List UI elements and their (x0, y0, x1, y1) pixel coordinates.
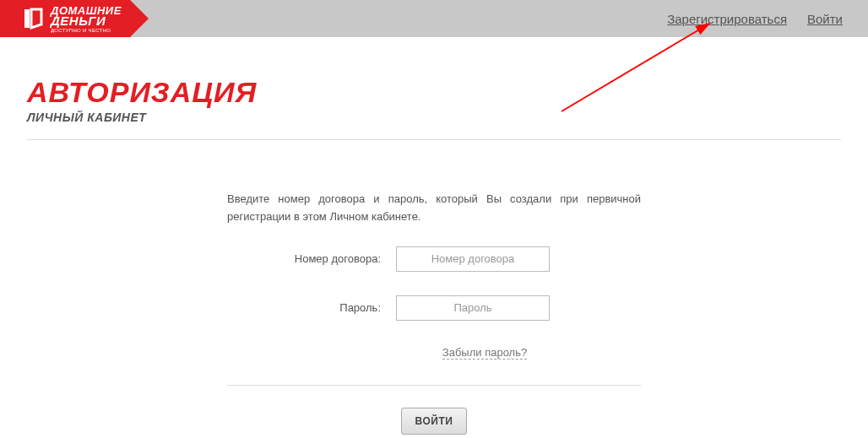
content-area: АВТОРИЗАЦИЯ ЛИЧНЫЙ КАБИНЕТ Введите номер… (0, 37, 868, 438)
password-label: Пароль: (227, 301, 396, 314)
login-link[interactable]: Войти (807, 12, 843, 26)
login-form: Введите номер договора и пароль, который… (227, 191, 641, 438)
logo-tagline: ДОСТУПНО И ЧЕСТНО (51, 28, 122, 33)
page-subtitle: ЛИЧНЫЙ КАБИНЕТ (27, 111, 841, 124)
header-links: Зарегистрироваться Войти (667, 12, 868, 26)
submit-row: ВОЙТИ (227, 408, 641, 435)
password-row: Пароль: (227, 295, 641, 321)
contract-row: Номер договора: (227, 246, 641, 272)
svg-rect-0 (24, 9, 30, 28)
form-divider (227, 385, 641, 386)
brand-logo[interactable]: ДОМАШНИЕ ДЕНЬГИ ДОСТУПНО И ЧЕСТНО (0, 0, 130, 37)
form-intro: Введите номер договора и пароль, который… (227, 191, 641, 226)
contract-input[interactable] (396, 246, 550, 272)
header-bar: ДОМАШНИЕ ДЕНЬГИ ДОСТУПНО И ЧЕСТНО Зареги… (0, 0, 868, 37)
submit-button[interactable]: ВОЙТИ (401, 408, 468, 435)
page-title: АВТОРИЗАЦИЯ (27, 76, 841, 109)
forgot-password-link[interactable]: Забыли пароль? (442, 346, 527, 360)
title-divider (27, 139, 841, 140)
forgot-row: Забыли пароль? (227, 344, 641, 360)
logo-icon (22, 5, 46, 32)
logo-text: ДОМАШНИЕ ДЕНЬГИ ДОСТУПНО И ЧЕСТНО (51, 5, 122, 33)
password-input[interactable] (396, 295, 550, 321)
register-link[interactable]: Зарегистрироваться (667, 12, 787, 26)
contract-label: Номер договора: (227, 252, 396, 265)
